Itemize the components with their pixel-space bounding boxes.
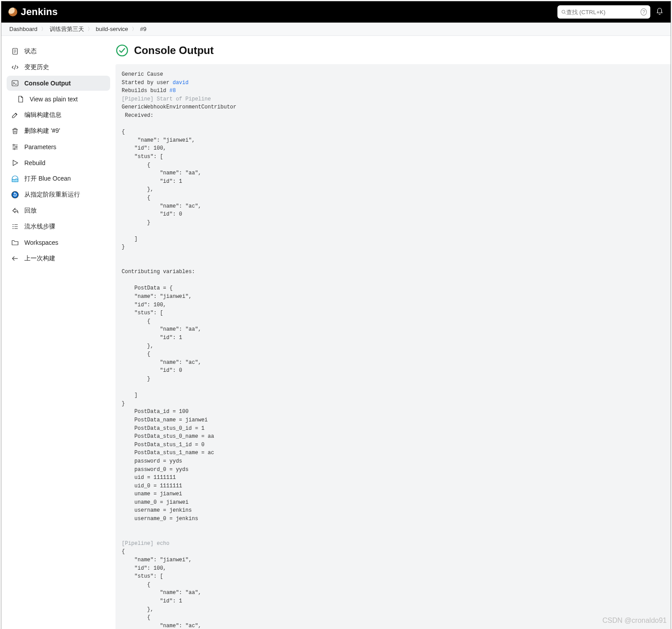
sidebar-item-changes[interactable]: 变更历史: [7, 60, 110, 75]
console-line: GenericWebhookEnvironmentContributor: [122, 104, 236, 110]
sidebar-item-console[interactable]: Console Output: [7, 76, 110, 91]
svg-line-1: [564, 13, 565, 14]
user-link[interactable]: david: [173, 80, 188, 86]
svg-point-9: [117, 45, 127, 56]
sidebar-item-label: 打开 Blue Ocean: [24, 175, 71, 183]
console-line-pipeline: [Pipeline] Start of Pipeline: [122, 96, 211, 102]
restart-icon: [11, 191, 19, 199]
console-line: Contributing variables:: [122, 269, 195, 275]
breadcrumb-item[interactable]: build-service: [96, 26, 128, 32]
breadcrumb: Dashboard 〉 训练营第三天 〉 build-service 〉 #9: [1, 23, 671, 36]
edit-icon: [11, 111, 19, 119]
sidebar-item-replay[interactable]: 回放: [7, 203, 110, 218]
console-block: PostData = { "name": "jianwei", "id": 10…: [122, 285, 214, 522]
jenkins-logo-icon: [8, 8, 17, 16]
breadcrumb-item[interactable]: 训练营第三天: [50, 25, 84, 33]
console-block: { "name": "jianwei", "id": 100, "stus": …: [122, 129, 201, 250]
sidebar-item-edit-build[interactable]: 编辑构建信息: [7, 108, 110, 123]
document-icon: [16, 95, 24, 103]
console-line: Generic Cause: [122, 71, 163, 77]
sidebar-item-blue-ocean[interactable]: 打开 Blue Ocean: [7, 171, 110, 186]
sliders-icon: [11, 143, 19, 151]
header-brand[interactable]: Jenkins: [8, 6, 58, 18]
sidebar-item-plain-text[interactable]: View as plain text: [7, 92, 110, 107]
sidebar-item-delete-build[interactable]: 删除构建 '#9': [7, 123, 110, 139]
notifications-icon[interactable]: [656, 8, 664, 17]
console-line: Received:: [122, 112, 154, 119]
steps-icon: [11, 223, 19, 231]
svg-point-4: [13, 144, 15, 146]
sidebar-item-label: 删除构建 '#9': [24, 127, 60, 135]
page-title: Console Output: [134, 44, 214, 57]
blueocean-icon: [11, 175, 19, 183]
console-line: Started by user david: [122, 80, 188, 86]
header: Jenkins ?: [1, 1, 671, 23]
sidebar-item-label: 上一次构建: [24, 255, 55, 262]
sidebar-item-label: View as plain text: [30, 96, 78, 103]
console-output[interactable]: Generic Cause Started by user david Rebu…: [115, 64, 671, 629]
search-help-icon[interactable]: ?: [641, 8, 647, 15]
sidebar-item-label: 状态: [24, 47, 37, 55]
sidebar-item-restart-stage[interactable]: 从指定阶段重新运行: [7, 187, 110, 202]
svg-point-6: [14, 148, 15, 150]
search-input[interactable]: [566, 9, 641, 15]
sidebar-item-pipeline-steps[interactable]: 流水线步骤: [7, 219, 110, 234]
svg-rect-3: [12, 81, 18, 86]
main-panel: Console Output Generic Cause Started by …: [115, 36, 671, 629]
breadcrumb-item[interactable]: Dashboard: [9, 26, 38, 32]
console-block: { "name": "jianwei", "id": 100, "stus": …: [122, 548, 201, 629]
svg-point-0: [562, 10, 565, 13]
svg-point-5: [16, 147, 17, 148]
app-title: Jenkins: [21, 6, 58, 18]
chevron-right-icon: 〉: [131, 26, 138, 32]
sidebar-item-label: 变更历史: [24, 63, 49, 71]
sidebar-item-parameters[interactable]: Parameters: [7, 139, 110, 154]
sidebar-item-label: 回放: [24, 207, 37, 215]
breadcrumb-item[interactable]: #9: [140, 26, 146, 32]
console-line-pipeline: [Pipeline] echo: [122, 540, 169, 547]
console-line: Rebuilds build #8: [122, 88, 176, 94]
sidebar-item-label: 流水线步骤: [24, 223, 55, 231]
chevron-right-icon: 〉: [40, 26, 47, 32]
sidebar-item-workspaces[interactable]: Workspaces: [7, 235, 110, 250]
sidebar-item-label: Parameters: [24, 143, 56, 150]
folder-icon: [11, 239, 19, 247]
build-link[interactable]: #8: [169, 88, 176, 94]
changes-icon: [11, 63, 19, 71]
trash-icon: [11, 127, 19, 135]
sidebar: 状态 变更历史 Console Output View as plain tex…: [1, 36, 115, 629]
sidebar-item-label: Console Output: [24, 80, 71, 87]
sidebar-item-status[interactable]: 状态: [7, 44, 110, 59]
sidebar-item-label: 从指定阶段重新运行: [24, 191, 80, 199]
sidebar-item-label: Workspaces: [24, 239, 58, 246]
search-box[interactable]: ?: [557, 5, 650, 19]
replay-icon: [11, 207, 19, 215]
chevron-right-icon: 〉: [87, 26, 93, 32]
sidebar-item-label: 编辑构建信息: [24, 111, 61, 119]
terminal-icon: [11, 79, 19, 87]
build-success-icon: [115, 44, 129, 57]
arrow-left-icon: [11, 255, 19, 262]
status-icon: [11, 47, 19, 55]
sidebar-item-label: Rebuild: [24, 159, 45, 166]
search-icon: [561, 9, 566, 15]
play-icon: [11, 159, 19, 167]
sidebar-item-rebuild[interactable]: Rebuild: [7, 155, 110, 170]
sidebar-item-previous-build[interactable]: 上一次构建: [7, 251, 110, 266]
